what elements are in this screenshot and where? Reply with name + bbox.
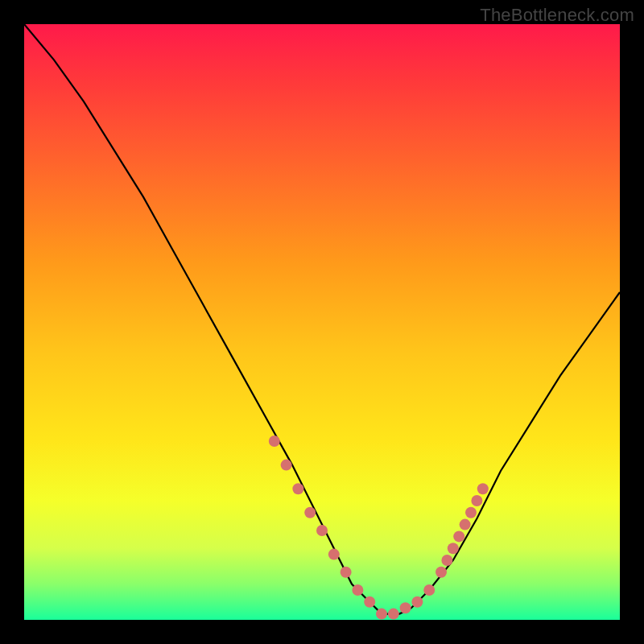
plot-area: [24, 24, 620, 620]
highlight-dot: [352, 584, 363, 596]
highlight-dot: [304, 507, 316, 518]
highlight-dots: [269, 436, 489, 620]
highlight-dot: [292, 483, 303, 494]
highlight-dot: [436, 567, 447, 578]
highlight-dot: [441, 555, 452, 566]
watermark-text: TheBottleneck.com: [480, 5, 634, 26]
highlight-dot: [400, 602, 411, 613]
highlight-dot: [465, 507, 477, 518]
highlight-dot: [477, 483, 489, 494]
highlight-dot: [269, 436, 280, 447]
highlight-dot: [376, 609, 387, 620]
highlight-dot: [448, 543, 459, 554]
highlight-dot: [388, 609, 399, 620]
curve-svg: [24, 24, 620, 620]
highlight-dot: [281, 460, 292, 471]
highlight-dot: [453, 530, 464, 542]
highlight-dot: [341, 567, 352, 578]
highlight-dot: [364, 597, 375, 608]
chart-frame: TheBottleneck.com: [0, 0, 644, 644]
highlight-dot: [423, 584, 435, 596]
highlight-dot: [411, 597, 423, 608]
highlight-dot: [328, 549, 340, 560]
highlight-dot: [471, 495, 482, 506]
highlight-dot: [460, 519, 471, 530]
highlight-dot: [316, 525, 328, 536]
